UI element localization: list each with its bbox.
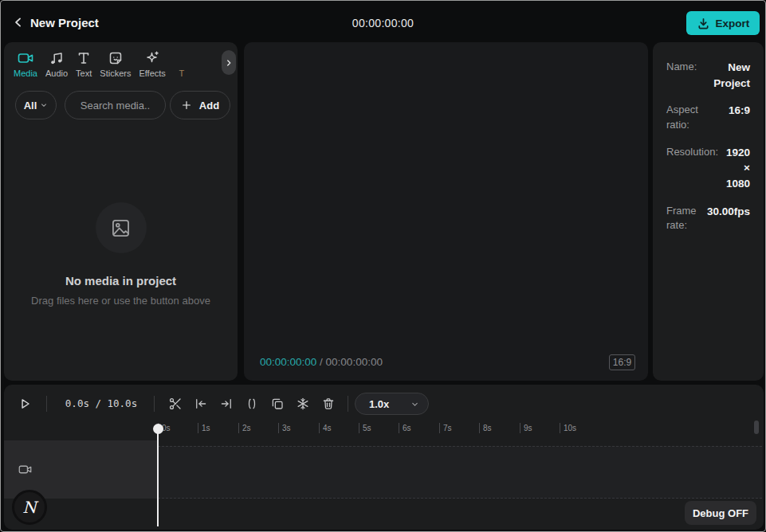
cut-button[interactable] bbox=[166, 394, 185, 413]
tab-effects[interactable]: Effects bbox=[139, 50, 165, 78]
property-row-resolution: Resolution: 1920 × 1080 bbox=[666, 145, 750, 192]
toolbar-divider bbox=[46, 396, 47, 412]
video-preview-panel: 00:00:00:00 / 00:00:00:00 16:9 bbox=[244, 42, 648, 381]
download-icon bbox=[697, 17, 710, 30]
filter-label: All bbox=[24, 100, 37, 111]
tab-transitions-partial[interactable]: T bbox=[174, 50, 190, 78]
toolbar-divider bbox=[154, 396, 155, 412]
media-library-panel: Media Audio Text Stickers bbox=[4, 42, 238, 381]
export-button-label: Export bbox=[716, 18, 750, 29]
preview-current-time: 00:00:00:00 bbox=[260, 356, 316, 368]
library-tabs: Media Audio Text Stickers bbox=[4, 50, 238, 78]
text-icon bbox=[76, 50, 92, 66]
tab-stickers[interactable]: Stickers bbox=[100, 50, 131, 78]
tab-label: Effects bbox=[139, 68, 165, 78]
property-row-aspect-ratio: Aspect ratio: 16:9 bbox=[666, 103, 750, 133]
duplicate-icon bbox=[270, 397, 285, 411]
project-properties-panel: Name: New Project Aspect ratio: 16:9 Res… bbox=[653, 42, 764, 381]
playback-speed-dropdown[interactable]: 1.0x bbox=[355, 393, 429, 415]
media-filter-dropdown[interactable]: All bbox=[15, 91, 57, 119]
app-window: New Project 00:00:00:00 Export Media Aud… bbox=[0, 0, 766, 532]
image-icon bbox=[110, 217, 132, 239]
ruler-tick: 4s bbox=[319, 423, 332, 433]
timeline-play-button[interactable] bbox=[17, 396, 33, 412]
ruler-tick: 2s bbox=[238, 423, 251, 433]
ruler-tick: 3s bbox=[278, 423, 291, 433]
timeline-time-display: 0.0s / 10.0s bbox=[57, 397, 146, 409]
property-value: 1920 × 1080 bbox=[725, 145, 750, 192]
tab-label: Text bbox=[76, 68, 92, 78]
ruler-tick: 9s bbox=[520, 423, 532, 433]
property-row-frame-rate: Frame rate: 30.00fps bbox=[666, 204, 750, 234]
tabs-scroll-right-button[interactable] bbox=[222, 50, 236, 75]
timeline-scrollbar-thumb[interactable] bbox=[754, 421, 759, 434]
add-button-label: Add bbox=[199, 100, 219, 111]
master-timecode: 00:00:00:00 bbox=[1, 17, 765, 29]
sticker-icon bbox=[108, 50, 124, 66]
app-logo[interactable]: N bbox=[12, 490, 47, 525]
camera-icon bbox=[18, 50, 33, 66]
debug-toggle-button[interactable]: Debug OFF bbox=[685, 501, 756, 525]
speed-label: 1.0x bbox=[369, 398, 389, 410]
music-note-icon bbox=[49, 50, 65, 66]
seek-end-icon bbox=[219, 397, 234, 411]
property-row-name: Name: New Project bbox=[666, 60, 750, 91]
property-label: Frame rate: bbox=[666, 204, 701, 234]
playhead-handle[interactable] bbox=[153, 424, 163, 434]
chevron-down-icon bbox=[40, 101, 48, 109]
media-empty-state: No media in project Drag files here or u… bbox=[4, 202, 238, 307]
preview-timecodes: 00:00:00:00 / 00:00:00:00 bbox=[260, 356, 383, 368]
ruler-tick: 7s bbox=[439, 423, 452, 433]
empty-state-subtitle: Drag files here or use the button above bbox=[31, 295, 210, 307]
ruler-tick: 10s bbox=[560, 423, 576, 433]
tab-text[interactable]: Text bbox=[76, 50, 92, 78]
tab-label: Stickers bbox=[100, 68, 131, 78]
video-track-lane[interactable] bbox=[158, 446, 762, 499]
tab-media[interactable]: Media bbox=[14, 50, 37, 78]
split-icon bbox=[245, 397, 259, 411]
search-input[interactable] bbox=[65, 100, 165, 111]
cut-icon bbox=[168, 397, 183, 411]
export-button[interactable]: Export bbox=[686, 11, 760, 35]
property-value: New Project bbox=[703, 60, 750, 91]
property-label: Aspect ratio: bbox=[666, 103, 722, 133]
toolbar-divider bbox=[348, 396, 348, 412]
tab-audio[interactable]: Audio bbox=[45, 50, 68, 78]
split-button[interactable] bbox=[242, 394, 261, 413]
freeze-icon bbox=[296, 397, 310, 411]
empty-state-circle bbox=[96, 202, 147, 253]
property-value: 30.00fps bbox=[707, 204, 750, 234]
seek-end-button[interactable] bbox=[217, 394, 236, 413]
ruler-tick: 6s bbox=[399, 423, 411, 433]
tab-label: Audio bbox=[45, 68, 68, 78]
duplicate-button[interactable] bbox=[268, 394, 287, 413]
timeline-toolbar: 0.0s / 10.0s bbox=[4, 389, 764, 418]
ruler-tick: 5s bbox=[359, 423, 371, 433]
empty-state-title: No media in project bbox=[65, 274, 176, 288]
camera-icon bbox=[18, 463, 32, 476]
property-value: 16:9 bbox=[729, 103, 750, 133]
timeline-ruler[interactable]: 0s 1s 2s 3s 4s 5s 6s 7s 8s 9s 10s bbox=[4, 421, 764, 436]
chevron-down-icon bbox=[410, 400, 419, 409]
add-media-button[interactable]: Add bbox=[170, 91, 230, 119]
plus-icon bbox=[181, 100, 192, 111]
aspect-ratio-badge[interactable]: 16:9 bbox=[609, 354, 635, 370]
tab-label: T bbox=[179, 68, 184, 78]
timeline-panel: 0.0s / 10.0s bbox=[4, 385, 764, 530]
ruler-tick: 8s bbox=[479, 423, 492, 433]
chevron-right-icon bbox=[224, 58, 234, 68]
top-bar: New Project 00:00:00:00 Export bbox=[1, 1, 765, 42]
property-label: Name: bbox=[666, 60, 697, 91]
property-label: Resolution: bbox=[666, 145, 718, 192]
play-icon bbox=[17, 396, 33, 412]
media-controls-row: All Add bbox=[4, 91, 238, 119]
seek-start-icon bbox=[194, 397, 208, 411]
freeze-button[interactable] bbox=[293, 394, 312, 413]
delete-button[interactable] bbox=[319, 394, 338, 413]
logo-letter: N bbox=[22, 498, 37, 517]
preview-total-time: 00:00:00:00 bbox=[326, 356, 383, 368]
playhead-line[interactable] bbox=[157, 428, 159, 526]
seek-start-button[interactable] bbox=[191, 394, 210, 413]
tab-label: Media bbox=[14, 68, 37, 78]
timecode-separator: / bbox=[316, 356, 325, 368]
